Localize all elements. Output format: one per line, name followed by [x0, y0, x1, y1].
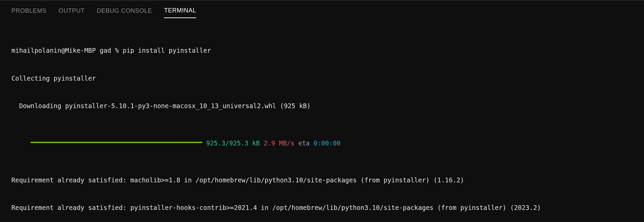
bottom-panel: PROBLEMS OUTPUT DEBUG CONSOLE TERMINAL m… — [0, 0, 644, 222]
terminal-output[interactable]: mihailpolanin@Mike-MBP gad % pip install… — [0, 20, 644, 222]
eta-label: eta — [298, 139, 310, 148]
output-line: Requirement already satisfied: pyinstall… — [11, 203, 633, 213]
output-line: Requirement already satisfied: macholib>… — [11, 176, 633, 185]
output-line: Downloading pyinstaller-5.10.1-py3-none-… — [11, 101, 633, 111]
eta-time: 0:00:00 — [314, 139, 340, 148]
prompt-line: mihailpolanin@Mike-MBP gad % pip install… — [11, 46, 633, 55]
panel-tabs: PROBLEMS OUTPUT DEBUG CONSOLE TERMINAL — [0, 1, 644, 20]
tab-output[interactable]: OUTPUT — [59, 6, 85, 18]
tab-problems[interactable]: PROBLEMS — [11, 6, 47, 18]
progress-bar — [31, 142, 202, 143]
progress-line: 925.3/925.3 kB 2.9 MB/s eta 0:00:00 — [11, 139, 633, 148]
tab-terminal[interactable]: TERMINAL — [164, 6, 196, 18]
progress-size: 925.3/925.3 kB — [206, 139, 260, 148]
output-line: Collecting pyinstaller — [11, 74, 633, 83]
progress-speed: 2.9 MB/s — [264, 139, 294, 148]
tab-debug-console[interactable]: DEBUG CONSOLE — [97, 6, 152, 18]
